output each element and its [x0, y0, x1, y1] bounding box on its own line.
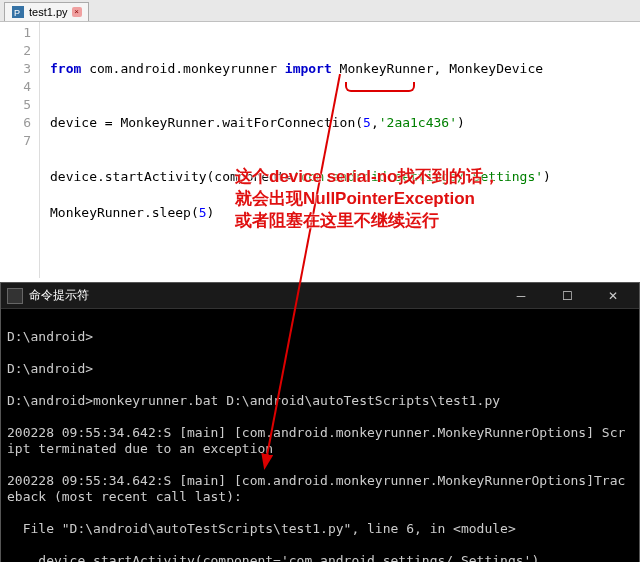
console-line: D:\android>monkeyrunner.bat D:\android\a… — [7, 393, 633, 409]
minimize-button[interactable]: ─ — [501, 284, 541, 308]
cmd-icon — [7, 288, 23, 304]
window-title: 命令提示符 — [29, 287, 89, 304]
annotation-callout: 这个device serial-no找不到的话， 就会出现NullPointer… — [235, 166, 500, 232]
console-line: D:\android> — [7, 329, 633, 345]
file-tab[interactable]: P test1.py × — [4, 2, 89, 21]
code-lines: from com.android.monkeyrunner import Mon… — [40, 22, 551, 278]
close-button[interactable]: ✕ — [593, 284, 633, 308]
titlebar[interactable]: 命令提示符 ─ ☐ ✕ — [1, 283, 639, 309]
close-icon[interactable]: × — [72, 7, 82, 17]
tab-label: test1.py — [29, 6, 68, 18]
code-area[interactable]: 1234567 from com.android.monkeyrunner im… — [0, 22, 640, 278]
maximize-button[interactable]: ☐ — [547, 284, 587, 308]
console-line: device.startActivity(component='com.andr… — [7, 553, 633, 562]
console-line: 200228 09:55:34.642:S [main] [com.androi… — [7, 425, 633, 457]
console-output[interactable]: D:\android> D:\android> D:\android>monke… — [1, 309, 639, 562]
annotation-line: 或者阻塞在这里不继续运行 — [235, 210, 500, 232]
tab-bar: P test1.py × — [0, 0, 640, 22]
command-prompt-window: 命令提示符 ─ ☐ ✕ D:\android> D:\android> D:\a… — [0, 282, 640, 562]
console-line: 200228 09:55:34.642:S [main] [com.androi… — [7, 473, 633, 505]
line-gutter: 1234567 — [0, 22, 40, 278]
annotation-line: 这个device serial-no找不到的话， — [235, 166, 500, 188]
annotation-line: 就会出现NullPointerException — [235, 188, 500, 210]
console-line: D:\android> — [7, 361, 633, 377]
code-editor: P test1.py × 1234567 from com.android.mo… — [0, 0, 640, 278]
code-line: from com.android.monkeyrunner import Mon… — [50, 60, 551, 78]
annotation-underline — [345, 82, 415, 92]
code-line: device = MonkeyRunner.waitForConnection(… — [50, 114, 551, 132]
console-line: File "D:\android\autoTestScripts\test1.p… — [7, 521, 633, 537]
svg-text:P: P — [14, 8, 20, 18]
python-file-icon: P — [11, 5, 25, 19]
